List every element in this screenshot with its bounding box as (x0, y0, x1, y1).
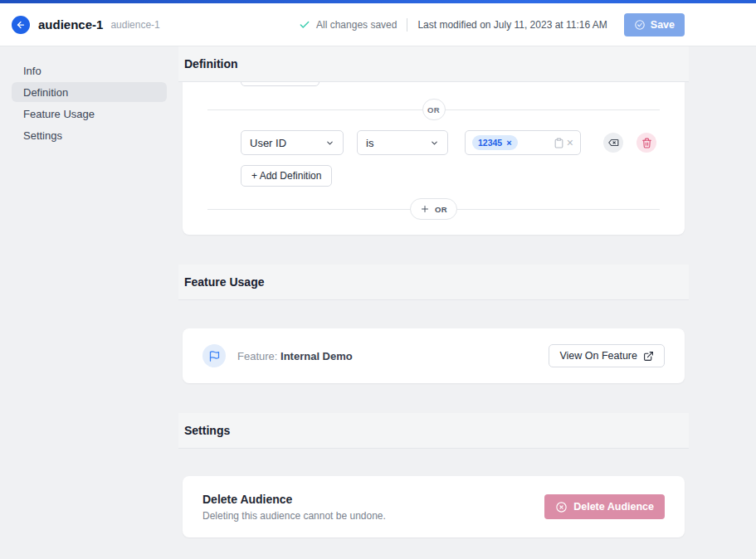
value-tag-label: 12345 (478, 138, 502, 148)
external-link-icon (643, 351, 654, 362)
paste-icon[interactable] (554, 138, 564, 148)
clear-input-icon[interactable]: × (567, 137, 573, 148)
plus-icon (420, 204, 430, 214)
back-button[interactable] (12, 16, 30, 34)
operator-select[interactable]: is (357, 130, 448, 155)
feature-usage-section-header: Feature Usage (178, 265, 689, 300)
or-divider-badge: OR (422, 99, 446, 120)
add-or-divider: OR (207, 198, 660, 220)
feature-text: Feature: Internal Demo (237, 350, 353, 362)
topbar-divider (407, 18, 407, 32)
delete-audience-text: Delete Audience Deleting this audience c… (202, 493, 386, 522)
settings-section-header: Settings (178, 413, 689, 449)
chevron-down-icon (430, 139, 439, 148)
section-title: Settings (184, 424, 230, 437)
page-title: audience-1 (38, 17, 103, 32)
save-button-label: Save (651, 19, 675, 31)
back-arrow-icon (16, 20, 26, 30)
main-layout: Info Definition Feature Usage Settings D… (0, 46, 756, 559)
sidebar-item-label: Definition (23, 86, 68, 99)
delete-audience-card: Delete Audience Deleting this audience c… (183, 476, 685, 537)
feature-label: Feature: (237, 350, 277, 362)
save-check-icon (634, 19, 646, 31)
chevron-down-icon (325, 139, 334, 148)
definition-card: OR User ID is (183, 82, 685, 235)
delete-condition-button[interactable] (637, 133, 656, 153)
clipped-button[interactable] (241, 82, 319, 86)
saved-check-icon (299, 19, 310, 31)
field-select[interactable]: User ID (241, 130, 344, 155)
section-title: Feature Usage (184, 275, 264, 289)
condition-row: User ID is (241, 130, 685, 155)
delete-audience-description: Deleting this audience cannot be undone. (202, 510, 386, 522)
sidebar-item-info[interactable]: Info (12, 61, 167, 80)
sidebar-item-settings[interactable]: Settings (12, 125, 167, 145)
app-window: audience-1 audience-1 All changes saved … (0, 0, 756, 559)
settings-section: Settings Delete Audience Deleting this a… (178, 413, 689, 537)
add-or-button-label: OR (435, 205, 447, 214)
feature-usage-section: Feature Usage Feature: Internal Demo Vie… (178, 265, 689, 383)
sidebar-item-label: Feature Usage (23, 108, 95, 120)
feature-name: Internal Demo (280, 350, 353, 362)
sidebar-item-definition[interactable]: Definition (12, 82, 167, 102)
feature-usage-card: Feature: Internal Demo View On Feature (183, 328, 685, 383)
definition-section-header: Definition (178, 46, 689, 82)
section-title: Definition (184, 57, 238, 70)
sidebar-item-feature-usage[interactable]: Feature Usage (12, 104, 167, 124)
delete-audience-button-label: Delete Audience (573, 501, 654, 513)
delete-audience-title: Delete Audience (202, 493, 386, 506)
or-divider: OR (207, 99, 660, 120)
sidebar-item-label: Info (23, 65, 41, 77)
operator-select-value: is (366, 137, 373, 149)
input-icons: × (554, 137, 573, 148)
page-subtitle: audience-1 (110, 19, 159, 31)
values-input[interactable]: 12345 × × (465, 130, 581, 155)
trash-icon (641, 138, 652, 148)
field-select-value: User ID (250, 137, 286, 149)
topbar: audience-1 audience-1 All changes saved … (0, 3, 756, 46)
save-button[interactable]: Save (624, 13, 685, 36)
flag-icon (202, 344, 226, 367)
topbar-right: All changes saved Last modified on July … (299, 13, 685, 36)
view-on-feature-button[interactable]: View On Feature (549, 344, 665, 367)
save-status-text: All changes saved (316, 19, 397, 31)
sidebar: Info Definition Feature Usage Settings (0, 46, 178, 559)
backspace-button[interactable] (603, 133, 623, 153)
remove-tag-icon[interactable]: × (506, 139, 511, 148)
content-column: Definition OR User ID (178, 46, 689, 559)
add-or-button[interactable]: OR (410, 198, 457, 220)
sidebar-item-label: Settings (23, 129, 62, 142)
add-definition-button[interactable]: + Add Definition (241, 165, 332, 187)
view-on-feature-label: View On Feature (559, 350, 637, 362)
value-tag: 12345 × (472, 135, 518, 150)
backspace-icon (607, 137, 619, 148)
delete-audience-button[interactable]: Delete Audience (544, 494, 665, 519)
last-modified-text: Last modified on July 11, 2023 at 11:16 … (417, 19, 607, 31)
circle-x-icon (555, 501, 568, 513)
definition-section: Definition OR User ID (178, 46, 689, 235)
